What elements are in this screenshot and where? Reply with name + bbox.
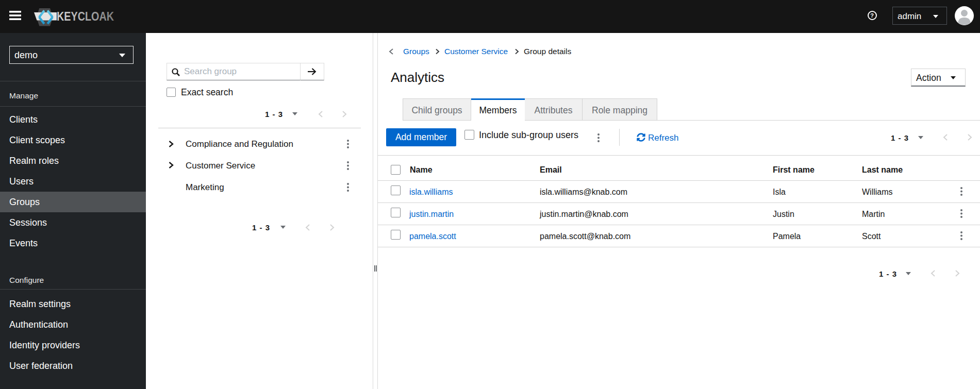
svg-text:KEYCLOAK: KEYCLOAK: [57, 9, 114, 23]
